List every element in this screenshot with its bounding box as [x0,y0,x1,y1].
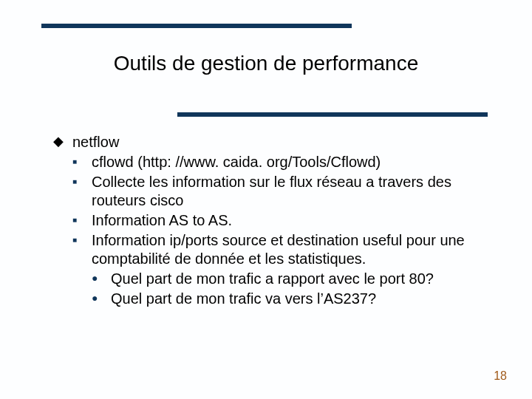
list-item-text: Information AS to AS. [92,211,495,230]
list-item-text: Collecte les information sur le flux rés… [92,173,495,210]
mid-rule [177,112,488,117]
page-number: 18 [494,369,507,383]
slide-body: ◆ netflow ■ cflowd (http: //www. caida. … [53,133,495,310]
list-item-text: Information ip/ports source et destinati… [92,231,495,268]
list-item: ■ Information AS to AS. [72,211,495,230]
top-rule [41,24,352,28]
square-bullet-icon: ■ [72,173,92,210]
square-bullet-icon: ■ [72,231,92,268]
list-item: ◆ netflow [53,133,495,151]
slide-title: Outils de gestion de performance [0,52,532,75]
list-item: ■ Collecte les information sur le flux r… [72,173,495,210]
list-item-text: cflowd (http: //www. caida. org/Tools/Cf… [92,153,495,171]
list-item: ■ Information ip/ports source et destina… [72,231,495,268]
list-item-text: Quel part de mon trafic va vers l’AS237? [111,290,495,308]
dot-bullet-icon: ● [92,290,111,308]
square-bullet-icon: ■ [72,153,92,171]
diamond-bullet-icon: ◆ [53,133,72,151]
square-bullet-icon: ■ [72,211,92,230]
list-item: ● Quel part de mon trafic a rapport avec… [92,270,495,288]
list-item: ■ cflowd (http: //www. caida. org/Tools/… [72,153,495,171]
dot-bullet-icon: ● [92,270,111,288]
list-item-text: Quel part de mon trafic a rapport avec l… [111,270,495,288]
list-item-text: netflow [72,133,495,151]
list-item: ● Quel part de mon trafic va vers l’AS23… [92,290,495,308]
